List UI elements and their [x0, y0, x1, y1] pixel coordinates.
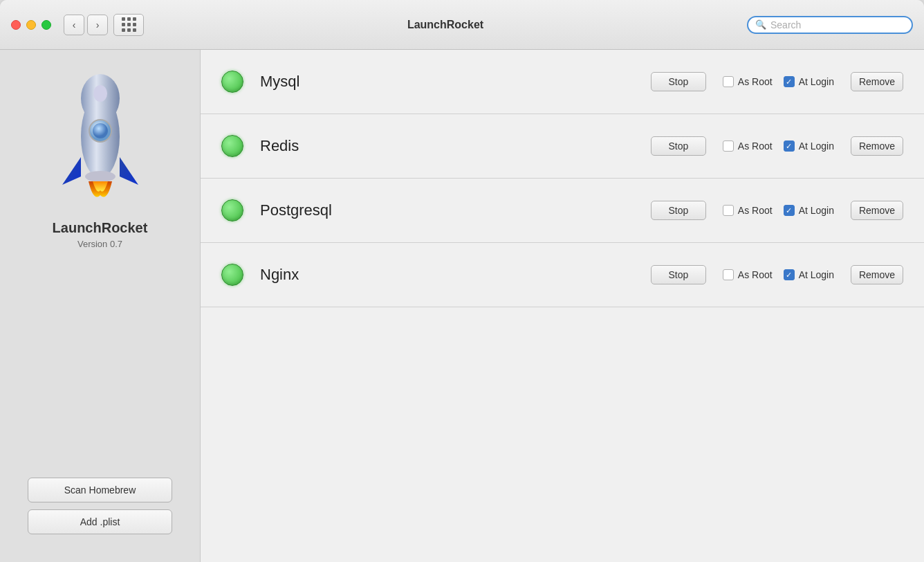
search-icon: 🔍 [755, 19, 766, 30]
app-version: Version 0.7 [77, 239, 122, 249]
app-logo [45, 71, 156, 209]
search-box[interactable]: 🔍 [747, 16, 913, 34]
at-login-checkbox-nginx[interactable]: ✓ [784, 269, 795, 280]
service-row: Redis Stop As Root ✓ At Login Remove [201, 114, 924, 179]
back-button[interactable]: ‹ [64, 15, 84, 35]
at-login-label-mysql: At Login [799, 76, 834, 87]
at-login-label-nginx: At Login [799, 269, 834, 280]
service-row: Mysql Stop As Root ✓ At Login Remove [201, 50, 924, 114]
remove-button-redis[interactable]: Remove [851, 136, 903, 156]
service-name-postgresql: Postgresql [260, 201, 651, 219]
rocket-icon [55, 74, 145, 206]
traffic-lights [11, 20, 51, 30]
controls-group-postgresql: As Root ✓ At Login [723, 205, 841, 216]
nav-buttons: ‹ › [64, 15, 108, 35]
scan-homebrew-button[interactable]: Scan Homebrew [28, 478, 172, 502]
at-login-checkbox-mysql[interactable]: ✓ [784, 76, 795, 87]
stop-button-redis[interactable]: Stop [651, 136, 706, 156]
svg-point-4 [85, 171, 115, 182]
svg-point-5 [93, 85, 107, 102]
service-name-nginx: Nginx [260, 266, 651, 284]
grid-view-button[interactable] [113, 14, 144, 36]
as-root-label-mysql: As Root [738, 76, 773, 87]
as-root-label-redis: As Root [738, 140, 773, 152]
stop-button-mysql[interactable]: Stop [651, 72, 706, 91]
svg-point-3 [93, 123, 108, 138]
titlebar: ‹ › LaunchRocket 🔍 [0, 0, 924, 50]
remove-button-mysql[interactable]: Remove [851, 72, 903, 91]
as-root-label-nginx: As Root [738, 269, 773, 280]
at-login-label-postgresql: At Login [799, 205, 834, 216]
add-plist-button[interactable]: Add .plist [28, 509, 172, 534]
services-panel: Mysql Stop As Root ✓ At Login Remove Red… [201, 50, 924, 562]
at-login-label-redis: At Login [799, 140, 834, 152]
maximize-button[interactable] [41, 20, 51, 30]
status-dot-nginx [221, 264, 243, 286]
controls-group-nginx: As Root ✓ At Login [723, 269, 841, 280]
service-row: Postgresql Stop As Root ✓ At Login Remov… [201, 179, 924, 243]
main-content: LaunchRocket Version 0.7 Scan Homebrew A… [0, 50, 924, 562]
stop-button-nginx[interactable]: Stop [651, 265, 706, 284]
app-window: ‹ › LaunchRocket 🔍 [0, 0, 924, 562]
controls-group-mysql: As Root ✓ At Login [723, 76, 841, 87]
forward-button[interactable]: › [87, 15, 108, 35]
status-dot-redis [221, 135, 243, 157]
remove-button-postgresql[interactable]: Remove [851, 201, 903, 220]
sidebar: LaunchRocket Version 0.7 Scan Homebrew A… [0, 50, 201, 562]
status-dot-postgresql [221, 199, 243, 221]
remove-button-nginx[interactable]: Remove [851, 265, 903, 284]
stop-button-postgresql[interactable]: Stop [651, 201, 706, 220]
sidebar-buttons: Scan Homebrew Add .plist [14, 478, 186, 534]
service-name-redis: Redis [260, 137, 651, 155]
as-root-checkbox-postgresql[interactable] [723, 205, 734, 216]
app-name: LaunchRocket [53, 220, 148, 236]
as-root-checkbox-nginx[interactable] [723, 269, 734, 280]
as-root-checkbox-mysql[interactable] [723, 76, 734, 87]
window-title: LaunchRocket [144, 19, 747, 31]
minimize-button[interactable] [26, 20, 36, 30]
service-name-mysql: Mysql [260, 73, 651, 91]
close-button[interactable] [11, 20, 21, 30]
as-root-label-postgresql: As Root [738, 205, 773, 216]
controls-group-redis: As Root ✓ At Login [723, 140, 841, 152]
at-login-checkbox-postgresql[interactable]: ✓ [784, 205, 795, 216]
service-row: Nginx Stop As Root ✓ At Login Remove [201, 243, 924, 307]
as-root-checkbox-redis[interactable] [723, 140, 734, 152]
search-input[interactable] [770, 19, 905, 30]
at-login-checkbox-redis[interactable]: ✓ [784, 140, 795, 152]
status-dot-mysql [221, 71, 243, 93]
